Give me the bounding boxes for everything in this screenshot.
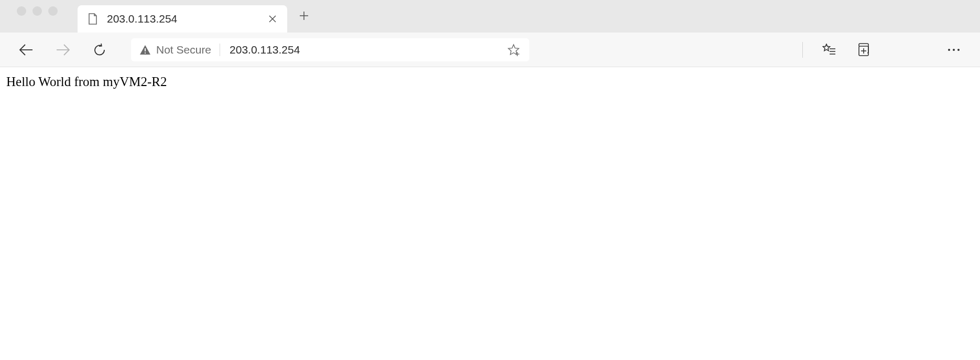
svg-rect-7 (145, 52, 146, 54)
svg-point-19 (953, 49, 955, 51)
window-maximize-dot[interactable] (48, 6, 58, 16)
url-text: 203.0.113.254 (230, 44, 504, 56)
window-controls (10, 6, 64, 23)
more-options-button[interactable] (943, 39, 964, 60)
new-tab-button[interactable] (291, 3, 317, 28)
tab-strip: 203.0.113.254 (0, 0, 980, 33)
collections-button[interactable] (852, 39, 873, 60)
address-bar[interactable]: Not Secure 203.0.113.254 (131, 38, 529, 61)
tab-title: 203.0.113.254 (107, 13, 265, 25)
page-icon (87, 13, 99, 25)
toolbar-divider (802, 42, 803, 58)
svg-marker-11 (823, 44, 830, 51)
page-body-text: Hello World from myVM2-R2 (6, 75, 167, 89)
browser-toolbar: Not Secure 203.0.113.254 (0, 33, 980, 67)
svg-point-18 (948, 49, 950, 51)
page-content: Hello World from myVM2-R2 (0, 67, 980, 97)
browser-tab[interactable]: 203.0.113.254 (78, 5, 287, 33)
window-minimize-dot[interactable] (32, 6, 42, 16)
refresh-button[interactable] (86, 36, 113, 63)
security-label: Not Secure (156, 44, 211, 56)
favorite-button[interactable] (504, 40, 523, 59)
svg-rect-6 (145, 48, 146, 51)
warning-icon (139, 45, 151, 55)
window-close-dot[interactable] (17, 6, 26, 16)
forward-button[interactable] (49, 36, 77, 63)
svg-point-20 (957, 49, 960, 51)
security-indicator[interactable]: Not Secure (139, 44, 220, 56)
favorites-list-button[interactable] (819, 39, 840, 60)
close-tab-button[interactable] (265, 12, 280, 26)
back-button[interactable] (13, 36, 40, 63)
toolbar-right (799, 39, 967, 60)
